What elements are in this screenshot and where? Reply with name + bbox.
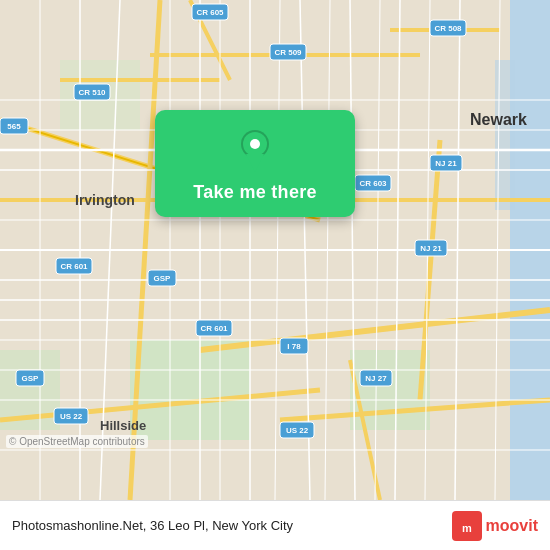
svg-text:Irvington: Irvington [75, 192, 135, 208]
svg-text:m: m [462, 522, 472, 534]
svg-text:CR 508: CR 508 [434, 24, 462, 33]
svg-text:I 78: I 78 [287, 342, 301, 351]
moovit-label: moovit [486, 517, 538, 535]
take-me-there-button[interactable]: Take me there [193, 182, 317, 203]
svg-marker-87 [246, 154, 264, 172]
svg-text:US 22: US 22 [60, 412, 83, 421]
moovit-icon: m [452, 511, 482, 541]
svg-text:NJ 21: NJ 21 [435, 159, 457, 168]
svg-text:NJ 27: NJ 27 [365, 374, 387, 383]
svg-text:CR 509: CR 509 [274, 48, 302, 57]
svg-text:CR 601: CR 601 [60, 262, 88, 271]
location-pin-icon [233, 128, 277, 172]
address-text: Photosmashonline.Net, 36 Leo Pl, New Yor… [12, 518, 452, 533]
svg-text:Newark: Newark [470, 111, 527, 128]
bottom-bar: Photosmashonline.Net, 36 Leo Pl, New Yor… [0, 500, 550, 550]
svg-text:Hillside: Hillside [100, 418, 146, 433]
svg-text:CR 603: CR 603 [359, 179, 387, 188]
svg-text:CR 601: CR 601 [200, 324, 228, 333]
action-card[interactable]: Take me there [155, 110, 355, 217]
svg-text:GSP: GSP [154, 274, 172, 283]
svg-text:GSP: GSP [22, 374, 40, 383]
copyright-notice: © OpenStreetMap contributors [6, 435, 148, 448]
svg-text:NJ 21: NJ 21 [420, 244, 442, 253]
svg-text:CR 605: CR 605 [196, 8, 224, 17]
svg-point-86 [250, 139, 260, 149]
svg-text:CR 510: CR 510 [78, 88, 106, 97]
map-container: CR 605 CR 510 CR 509 CR 508 565 CR 603 G… [0, 0, 550, 500]
svg-text:US 22: US 22 [286, 426, 309, 435]
svg-text:565: 565 [7, 122, 21, 131]
map-background: CR 605 CR 510 CR 509 CR 508 565 CR 603 G… [0, 0, 550, 500]
svg-rect-3 [130, 340, 250, 440]
moovit-logo: m moovit [452, 511, 538, 541]
